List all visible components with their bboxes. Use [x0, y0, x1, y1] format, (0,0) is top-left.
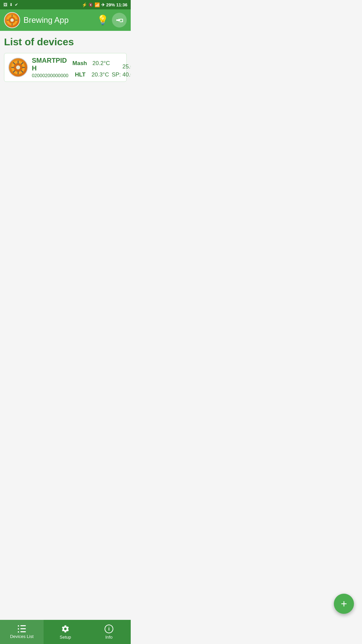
status-bar: 🖼 ⬇ ✔ ⚡ 🔇 📶 ✈ 29% 11:36: [0, 0, 131, 9]
battery-level: 29%: [106, 2, 115, 7]
device-readings: Mash 20.2°C SP: 25.0°C HLT 20.3°C SP: 40…: [72, 57, 131, 78]
device-info: SMARTPID H 02000200000000: [32, 57, 68, 78]
hlt-reading-row: HLT 20.3°C SP: 40.0°C: [72, 71, 131, 78]
device-icon: [8, 58, 28, 77]
mash-label: Mash: [72, 60, 86, 67]
mash-reading-row: Mash 20.2°C SP: 25.0°C: [72, 57, 131, 70]
mute-icon: 🔇: [88, 3, 93, 7]
app-bar: Brewing App 💡: [0, 9, 131, 31]
logout-button[interactable]: [112, 13, 127, 28]
device-id: 02000200000000: [32, 73, 68, 78]
bluetooth-icon: ⚡: [82, 2, 87, 7]
device-name: SMARTPID H: [32, 57, 68, 72]
device-card[interactable]: SMARTPID H 02000200000000 Mash 20.2°C SP…: [4, 53, 127, 82]
bulb-button[interactable]: 💡: [97, 15, 109, 25]
app-logo: [4, 12, 20, 28]
download-icon: ⬇: [9, 2, 13, 7]
app-bar-right: 💡: [97, 13, 127, 28]
status-bar-right: ⚡ 🔇 📶 ✈ 29% 11:36: [82, 2, 127, 7]
mash-temp: 20.2°C: [89, 60, 110, 67]
airplane-icon: ✈: [101, 2, 105, 7]
hlt-temp: 20.3°C: [88, 71, 109, 78]
status-bar-left: 🖼 ⬇ ✔: [3, 2, 18, 7]
wifi-icon: 📶: [95, 2, 100, 7]
app-bar-left: Brewing App: [4, 12, 69, 28]
app-title: Brewing App: [23, 15, 69, 25]
page-title: List of devices: [4, 36, 127, 48]
time-display: 11:36: [116, 2, 127, 7]
svg-point-2: [10, 18, 14, 22]
logout-icon: [115, 16, 123, 24]
check-icon: ✔: [15, 2, 18, 7]
svg-point-9: [16, 65, 20, 69]
mash-sp: SP: 25.0°C: [113, 57, 131, 70]
gallery-icon: 🖼: [3, 2, 7, 7]
page-content: List of devices SMARTPID: [0, 31, 131, 259]
hlt-label: HLT: [73, 71, 85, 78]
hlt-sp: SP: 40.0°C: [112, 71, 131, 78]
